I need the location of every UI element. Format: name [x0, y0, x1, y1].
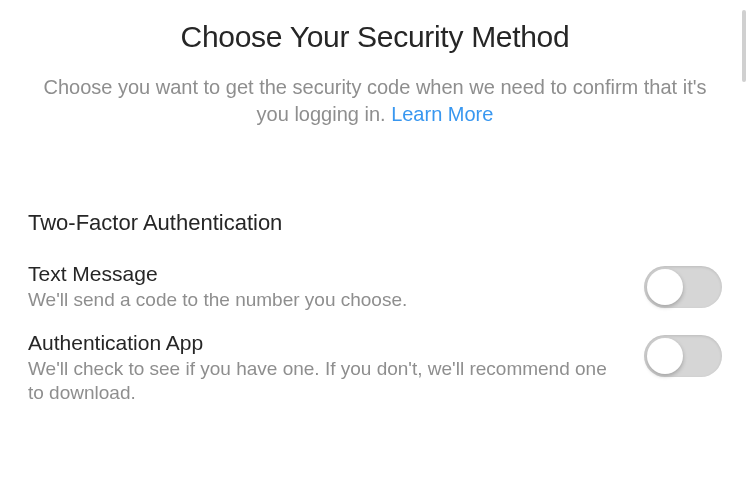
- page-description: Choose you want to get the security code…: [28, 74, 722, 128]
- option-text-block: Authentication App We'll check to see if…: [28, 331, 644, 406]
- toggle-knob: [647, 338, 683, 374]
- option-desc-auth-app: We'll check to see if you have one. If y…: [28, 357, 624, 406]
- learn-more-link[interactable]: Learn More: [391, 103, 493, 125]
- option-text-block: Text Message We'll send a code to the nu…: [28, 262, 644, 313]
- option-title-auth-app: Authentication App: [28, 331, 624, 355]
- toggle-text-message[interactable]: [644, 266, 722, 308]
- option-desc-text-message: We'll send a code to the number you choo…: [28, 288, 624, 313]
- option-title-text-message: Text Message: [28, 262, 624, 286]
- toggle-auth-app[interactable]: [644, 335, 722, 377]
- option-text-message: Text Message We'll send a code to the nu…: [28, 262, 722, 313]
- toggle-knob: [647, 269, 683, 305]
- description-text: Choose you want to get the security code…: [43, 76, 706, 125]
- scroll-indicator: [742, 10, 746, 82]
- option-auth-app: Authentication App We'll check to see if…: [28, 331, 722, 406]
- page-title: Choose Your Security Method: [28, 20, 722, 54]
- section-title-2fa: Two-Factor Authentication: [28, 210, 722, 236]
